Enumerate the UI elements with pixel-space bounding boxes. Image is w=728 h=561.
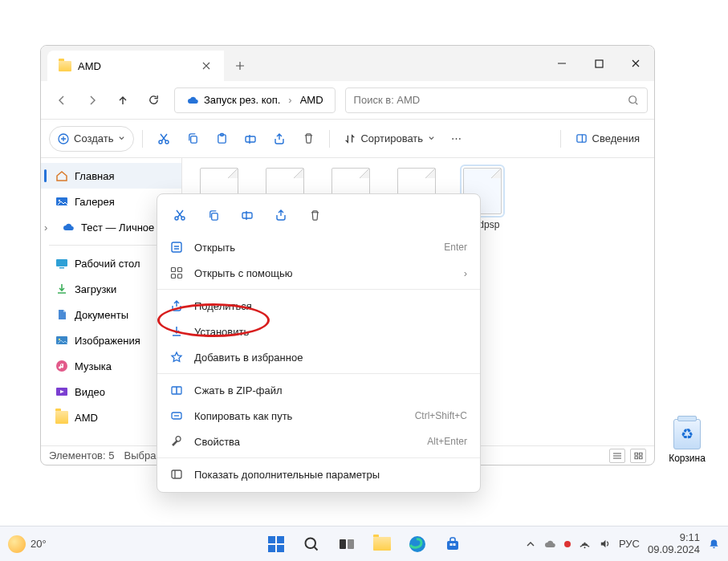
tray-volume-icon[interactable] <box>599 538 611 550</box>
back-button[interactable] <box>47 87 76 113</box>
taskbar-explorer-button[interactable] <box>367 531 397 558</box>
ctx-cut-button[interactable] <box>167 202 193 228</box>
folder-icon <box>55 411 68 424</box>
details-icon <box>575 132 588 144</box>
ctx-share-button[interactable] <box>268 202 294 228</box>
taskbar-store-button[interactable] <box>437 531 468 558</box>
svg-rect-28 <box>178 268 182 272</box>
ctx-copy-button[interactable] <box>201 202 226 228</box>
details-pane-button[interactable]: Сведения <box>569 126 646 152</box>
create-button[interactable]: Создать <box>49 126 134 152</box>
ctx-share[interactable]: Поделиться <box>157 293 480 319</box>
up-button[interactable] <box>108 87 137 113</box>
svg-rect-30 <box>178 274 182 278</box>
paste-button[interactable] <box>209 126 234 152</box>
address-bar: Запуск рез. коп. › AMD <box>41 81 654 120</box>
sidebar-label: Изображения <box>75 335 140 347</box>
tab-current[interactable]: AMD <box>47 51 224 81</box>
search-input[interactable] <box>354 94 628 106</box>
ctx-label: Показать дополнительные параметры <box>194 469 380 481</box>
taskbar-center <box>261 531 468 558</box>
weather-icon <box>8 535 26 553</box>
start-button[interactable] <box>261 531 291 558</box>
details-label: Сведения <box>592 132 640 144</box>
cut-button[interactable] <box>151 126 177 152</box>
properties-icon <box>170 435 183 448</box>
view-grid-button[interactable] <box>630 449 646 463</box>
share-button[interactable] <box>266 126 292 152</box>
sidebar-label: Загрузки <box>75 283 116 295</box>
ctx-delete-button[interactable] <box>302 202 327 228</box>
sidebar-label: AMD <box>75 412 98 424</box>
context-quick-actions <box>157 199 480 234</box>
rename-button[interactable] <box>238 126 263 152</box>
zip-icon <box>170 384 183 396</box>
recycle-bin-icon: ♻ <box>673 419 701 449</box>
tray-chevron-up-button[interactable] <box>526 539 535 549</box>
chevron-down-icon <box>118 135 125 142</box>
gallery-icon <box>55 195 68 208</box>
share-icon <box>170 299 183 312</box>
ctx-install[interactable]: Установить <box>157 319 480 344</box>
recycle-bin[interactable]: ♻ Корзина <box>665 419 709 464</box>
sidebar-label: Документы <box>75 309 128 321</box>
tray-network-icon[interactable] <box>579 538 591 550</box>
forward-button[interactable] <box>78 87 107 113</box>
taskbar-search-button[interactable] <box>296 531 327 558</box>
tray-notifications-button[interactable] <box>708 538 720 551</box>
star-icon <box>170 351 183 364</box>
svg-rect-0 <box>596 60 603 67</box>
ctx-label: Открыть с помощью <box>194 267 292 279</box>
maximize-button[interactable] <box>580 46 617 81</box>
task-view-button[interactable] <box>331 531 362 558</box>
tab-close-button[interactable] <box>200 59 213 72</box>
music-icon <box>55 360 68 372</box>
breadcrumb-root[interactable]: Запуск рез. коп. <box>181 94 285 107</box>
breadcrumb[interactable]: Запуск рез. коп. › AMD <box>174 87 336 113</box>
close-button[interactable] <box>617 46 654 81</box>
search-box[interactable] <box>345 87 648 113</box>
ctx-zip[interactable]: Сжать в ZIP-файл <box>157 377 480 403</box>
plus-circle-icon <box>58 133 69 144</box>
ctx-favorite[interactable]: Добавить в избранное <box>157 344 480 370</box>
more-button[interactable]: ⋯ <box>445 126 468 152</box>
ctx-open[interactable]: Открыть Enter <box>157 234 480 260</box>
ctx-label: Добавить в избранное <box>194 352 303 364</box>
open-with-icon <box>170 266 183 279</box>
taskbar-edge-button[interactable] <box>402 531 433 558</box>
tray-language[interactable]: РУС <box>619 538 640 550</box>
svg-rect-36 <box>348 539 354 549</box>
status-count: Элементов: 5 <box>49 449 114 461</box>
tray-recording-icon[interactable] <box>564 541 571 547</box>
svg-rect-5 <box>191 136 197 143</box>
view-list-button[interactable] <box>609 449 625 463</box>
tray-date: 09.09.2024 <box>648 544 700 556</box>
taskbar-weather[interactable]: 20° <box>8 535 47 553</box>
svg-rect-39 <box>449 543 452 546</box>
refresh-button[interactable] <box>139 87 168 113</box>
svg-rect-33 <box>172 470 181 478</box>
sort-button[interactable]: Сортировать <box>338 126 441 152</box>
ctx-label: Сжать в ZIP-файл <box>194 384 283 396</box>
tray-clock[interactable]: 9:11 09.09.2024 <box>648 532 700 556</box>
svg-point-15 <box>59 339 60 340</box>
sidebar-label: Тест — Личное <box>81 222 154 234</box>
expand-icon[interactable]: › <box>44 222 55 234</box>
ctx-more-options[interactable]: Показать дополнительные параметры <box>157 461 480 487</box>
ctx-rename-button[interactable] <box>234 202 260 228</box>
delete-button[interactable] <box>295 126 321 152</box>
copy-button[interactable] <box>180 126 205 152</box>
minimize-button[interactable] <box>543 46 580 81</box>
create-label: Создать <box>74 132 113 144</box>
ctx-copy-path[interactable]: Копировать как путь Ctrl+Shift+C <box>157 403 480 429</box>
breadcrumb-current[interactable]: AMD <box>295 94 328 106</box>
svg-point-4 <box>165 140 169 144</box>
sidebar-item-home[interactable]: Главная <box>41 163 181 189</box>
sidebar-label: Галерея <box>75 196 115 208</box>
ctx-open-with[interactable]: Открыть с помощью › <box>157 260 480 286</box>
documents-icon <box>55 308 68 321</box>
tray-onedrive-icon[interactable] <box>543 538 556 551</box>
sidebar-label: Видео <box>75 386 105 398</box>
new-tab-button[interactable] <box>224 51 256 81</box>
ctx-properties[interactable]: Свойства Alt+Enter <box>157 429 480 454</box>
